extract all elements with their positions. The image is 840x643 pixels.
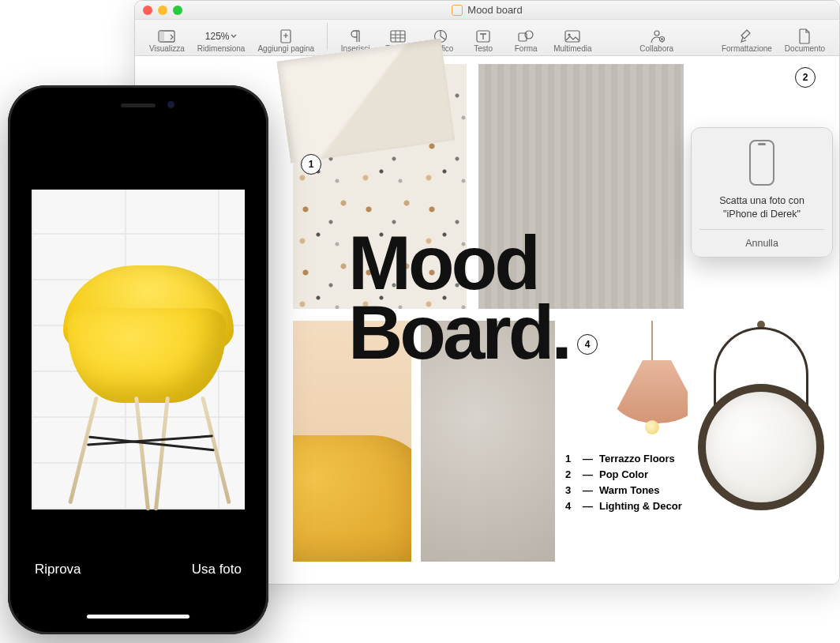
shape-icon (517, 28, 534, 44)
media-icon (564, 28, 581, 44)
zoom-label: Ridimensiona (197, 44, 246, 53)
iphone-screen: Riprova Usa foto (17, 95, 259, 625)
format-button[interactable]: Formattazione (717, 28, 777, 53)
popover-message: Scatta una foto con "iPhone di Derek" (719, 194, 804, 221)
chevron-down-icon (231, 33, 237, 39)
document-heading[interactable]: Mood Board. (348, 228, 569, 368)
add-page-label: Aggiungi pagina (257, 44, 314, 53)
legend-label: Pop Color (599, 467, 648, 483)
captured-photo-preview (32, 190, 245, 510)
media-label: Multimedia (553, 44, 591, 53)
text-label: Testo (474, 44, 493, 53)
svg-point-10 (654, 31, 659, 36)
shape-button[interactable]: Forma (506, 28, 546, 53)
legend-label: Warm Tones (599, 483, 660, 498)
view-icon (158, 28, 175, 44)
heading-line-1: Mood (348, 228, 569, 298)
window-title: Mood board (135, 4, 839, 16)
callout-marker-1[interactable]: 1 (301, 154, 321, 175)
legend-list[interactable]: 1 — Terrazzo Floors 2 — Pop Color 3 — Wa… (565, 451, 682, 515)
document-icon (796, 28, 813, 44)
legend-row: 2 — Pop Color (565, 467, 682, 483)
close-window-button[interactable] (143, 6, 152, 15)
callout-marker-4[interactable]: 4 (577, 334, 598, 355)
iphone-notch (75, 95, 201, 115)
collaborate-icon (648, 28, 666, 44)
titlebar: Mood board (135, 1, 839, 20)
collaborate-button[interactable]: Collabora (635, 28, 678, 53)
view-label: Visualizza (149, 44, 185, 53)
window-title-text: Mood board (467, 4, 522, 16)
front-camera-icon (167, 101, 174, 108)
use-photo-button[interactable]: Usa foto (192, 562, 242, 577)
format-label: Formattazione (722, 44, 772, 53)
media-button[interactable]: Multimedia (549, 28, 596, 53)
retake-button[interactable]: Riprova (35, 562, 81, 577)
legend-row: 4 — Lighting & Decor (565, 498, 682, 514)
document-icon (452, 5, 463, 16)
toolbar-separator (327, 23, 328, 50)
legend-row: 1 — Terrazzo Floors (565, 451, 682, 467)
minimize-window-button[interactable] (158, 6, 167, 15)
image-mirror[interactable] (688, 321, 834, 566)
text-icon (474, 28, 492, 44)
add-page-button[interactable]: Aggiungi pagina (253, 28, 319, 53)
view-menu-button[interactable]: Visualizza (144, 28, 189, 53)
callout-marker-2[interactable]: 2 (795, 67, 816, 88)
speaker-icon (121, 103, 156, 107)
add-page-icon (277, 28, 294, 44)
popover-cancel-button[interactable]: Annulla (699, 229, 824, 257)
paragraph-icon (347, 28, 364, 44)
document-label: Documento (785, 44, 825, 53)
window-controls (143, 6, 182, 15)
svg-rect-3 (391, 31, 405, 42)
legend-label: Terrazzo Floors (599, 451, 675, 467)
svg-point-9 (568, 33, 571, 36)
home-indicator[interactable] (87, 615, 189, 619)
svg-rect-13 (758, 143, 766, 145)
svg-rect-8 (565, 31, 579, 42)
svg-rect-12 (750, 141, 774, 185)
legend-label: Lighting & Decor (599, 498, 682, 514)
toolbar: Visualizza 125% Ridimensiona Aggiungi pa… (135, 20, 839, 56)
svg-rect-1 (159, 31, 164, 42)
iphone-device: Riprova Usa foto (8, 85, 268, 634)
shape-label: Forma (515, 44, 538, 53)
zoom-dropdown[interactable]: 125% Ridimensiona (193, 28, 250, 53)
camera-action-bar: Riprova Usa foto (17, 562, 259, 577)
photo-chair-seat (68, 308, 226, 403)
heading-line-2: Board. (348, 298, 569, 367)
document-button[interactable]: Documento (780, 28, 830, 53)
fullscreen-window-button[interactable] (173, 6, 182, 15)
table-icon (389, 28, 407, 44)
zoom-value: 125% (205, 31, 230, 42)
continuity-camera-popover: Scatta una foto con "iPhone di Derek" An… (691, 127, 833, 258)
text-button[interactable]: Testo (463, 28, 503, 53)
iphone-icon (748, 139, 776, 186)
legend-row: 3 — Warm Tones (565, 483, 682, 498)
collaborate-label: Collabora (639, 44, 673, 53)
format-brush-icon (738, 28, 756, 44)
